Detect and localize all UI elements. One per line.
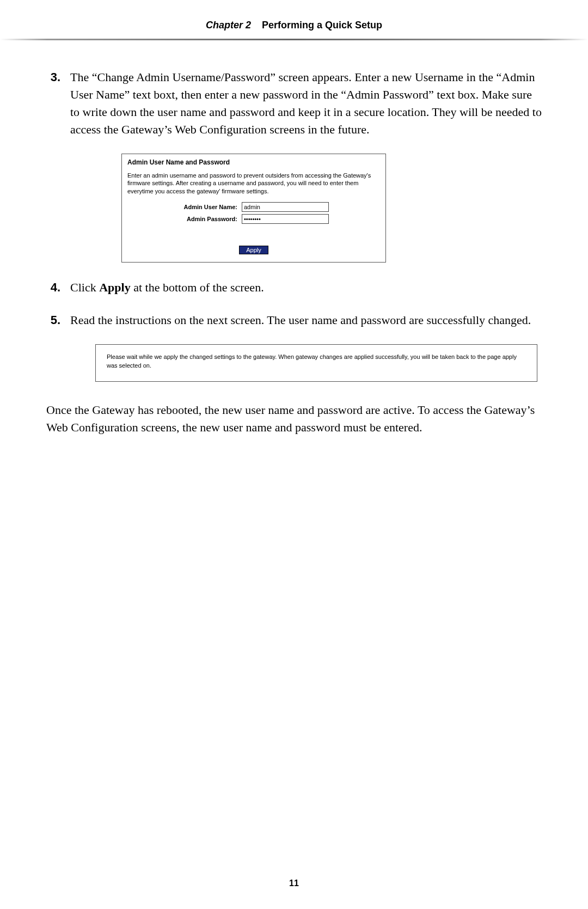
step4-bold: Apply <box>99 280 130 294</box>
please-wait-panel: Please wait while we apply the changed s… <box>95 344 537 382</box>
admin-password-input[interactable] <box>242 214 329 224</box>
please-wait-text: Please wait while we apply the changed s… <box>107 352 526 370</box>
apply-row: Apply <box>122 229 385 262</box>
step-body: Click Apply at the bottom of the screen. <box>70 279 542 296</box>
step-body: Read the instructions on the next screen… <box>70 312 542 329</box>
password-label: Admin Password: <box>127 216 242 222</box>
page-number: 11 <box>0 879 588 888</box>
page-header: Chapter 2 Performing a Quick Setup <box>0 0 588 38</box>
step-3: 3. The “Change Admin Username/Password” … <box>46 69 542 138</box>
password-row: Admin Password: <box>127 214 380 224</box>
step-5: 5. Read the instructions on the next scr… <box>46 312 542 329</box>
username-label: Admin User Name: <box>127 204 242 210</box>
admin-username-input[interactable] <box>242 202 329 212</box>
admin-credentials-panel: Admin User Name and Password Enter an ad… <box>121 154 386 263</box>
step-number: 4. <box>46 279 70 296</box>
panel-title: Admin User Name and Password <box>122 154 385 168</box>
step-number: 5. <box>46 312 70 329</box>
step4-pre: Click <box>70 280 99 294</box>
closing-paragraph: Once the Gateway has rebooted, the new u… <box>46 401 542 436</box>
step-body: The “Change Admin Username/Password” scr… <box>70 69 542 138</box>
step4-post: at the bottom of the screen. <box>131 280 264 294</box>
steps-list-cont: 4. Click Apply at the bottom of the scre… <box>46 279 542 329</box>
chapter-title: Performing a Quick Setup <box>262 20 382 30</box>
page-content: 3. The “Change Admin Username/Password” … <box>0 40 588 436</box>
step-4: 4. Click Apply at the bottom of the scre… <box>46 279 542 296</box>
step-number: 3. <box>46 69 70 138</box>
steps-list: 3. The “Change Admin Username/Password” … <box>46 69 542 138</box>
username-row: Admin User Name: <box>127 202 380 212</box>
chapter-prefix: Chapter 2 <box>206 20 251 30</box>
apply-button[interactable]: Apply <box>239 246 268 254</box>
panel-form: Admin User Name: Admin Password: <box>122 202 385 229</box>
panel-description: Enter an admin username and password to … <box>122 168 385 203</box>
